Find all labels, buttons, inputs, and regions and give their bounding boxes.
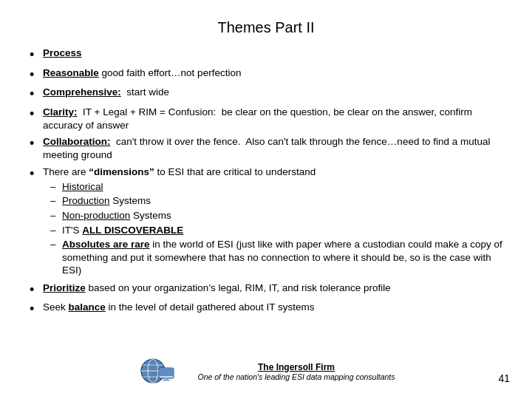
list-item: • Seek balance in the level of detail ga… <box>30 301 502 318</box>
footer-text: The Ingersoll Firm One of the nation's l… <box>197 362 395 381</box>
sub-item-text: Historical <box>62 180 103 194</box>
list-item: • There are “dimensions” to ESI that are… <box>30 166 502 279</box>
bullet-content: Prioritize based on your organization's … <box>43 282 502 295</box>
footer: The Ingersoll Firm One of the nation's l… <box>0 356 532 387</box>
sub-item-text: Non-production Systems <box>62 209 171 222</box>
bullet-dot: • <box>30 301 43 318</box>
bullet-dot: • <box>30 86 43 103</box>
dash: – <box>50 194 62 208</box>
bullet-content: Collaboration: can't throw it over the f… <box>43 135 502 162</box>
bullet-content: There are “dimensions” to ESI that are c… <box>43 166 502 279</box>
bullet-list: • Process • Reasonable good faith effort… <box>30 47 502 318</box>
footer-firm-name: The Ingersoll Firm <box>197 362 395 372</box>
sub-list-item: – Historical <box>50 180 502 194</box>
list-item: • Collaboration: can't throw it over the… <box>30 135 502 162</box>
slide-title: Themes Part II <box>30 19 502 36</box>
list-item: • Reasonable good faith effort…not perfe… <box>30 66 502 83</box>
sub-item-text: Absolutes are rare in the world of ESI (… <box>62 238 502 277</box>
dash: – <box>50 238 62 251</box>
sub-list-item: – Production Systems <box>50 194 502 208</box>
svg-rect-8 <box>164 378 168 380</box>
page-number: 41 <box>498 372 510 384</box>
footer-logo-icon <box>137 356 175 387</box>
dash: – <box>50 180 62 194</box>
slide: Themes Part II • Process • Reasonable go… <box>0 0 532 399</box>
sub-list: – Historical – Production Systems – Non-… <box>50 180 502 277</box>
bullet-content: Clarity: IT + Legal + RIM = Confusion: b… <box>43 106 502 132</box>
bullet-dot: • <box>30 282 43 299</box>
list-item: • Process <box>30 47 502 64</box>
sub-list-item: – Absolutes are rare in the world of ESI… <box>50 238 502 277</box>
list-item: • Comprehensive: start wide <box>30 86 502 103</box>
bullet-content: Reasonable good faith effort…not perfect… <box>43 66 502 80</box>
sub-item-text: IT'S ALL DISCOVERABLE <box>62 224 183 237</box>
bullet-content: Comprehensive: start wide <box>43 86 502 99</box>
footer-tagline: One of the nation's leading ESI data map… <box>197 372 395 381</box>
list-item: • Prioritize based on your organization'… <box>30 282 502 299</box>
sub-item-text: Production Systems <box>62 194 151 208</box>
bullet-content: Process <box>43 47 502 60</box>
bullet-content: Seek balance in the level of detail gath… <box>43 301 502 314</box>
bullet-dot: • <box>30 67 43 83</box>
bullet-dot: • <box>30 47 43 64</box>
bullet-dot: • <box>30 106 43 123</box>
bullet-dot: • <box>30 166 43 183</box>
sub-list-item: – IT'S ALL DISCOVERABLE <box>50 224 502 237</box>
sub-list-item: – Non-production Systems <box>50 209 502 222</box>
list-item: • Clarity: IT + Legal + RIM = Confusion:… <box>30 106 502 132</box>
dash: – <box>50 209 62 222</box>
bullet-dot: • <box>30 136 43 152</box>
dash: – <box>50 224 62 237</box>
svg-rect-7 <box>160 369 173 376</box>
svg-rect-9 <box>163 380 170 381</box>
